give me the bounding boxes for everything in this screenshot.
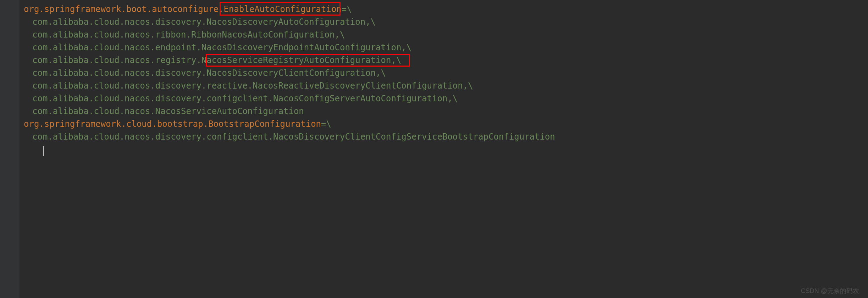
code-line-0[interactable]: org.springframework.boot.autoconfigure.E… xyxy=(24,3,868,16)
code-line-1[interactable]: com.alibaba.cloud.nacos.discovery.NacosD… xyxy=(24,16,868,28)
code-segment: com.alibaba.cloud.nacos.registry.NacosSe… xyxy=(32,54,401,67)
code-line-9[interactable]: org.springframework.cloud.bootstrap.Boot… xyxy=(24,118,868,130)
code-segment: =\ xyxy=(321,118,331,130)
editor-container: org.springframework.boot.autoconfigure.E… xyxy=(0,0,868,298)
code-line-6[interactable]: com.alibaba.cloud.nacos.discovery.reacti… xyxy=(24,79,868,92)
code-segment: com.alibaba.cloud.nacos.ribbon.RibbonNac… xyxy=(32,28,345,41)
code-segment: com.alibaba.cloud.nacos.discovery.NacosD… xyxy=(32,67,386,79)
code-segment: com.alibaba.cloud.nacos.discovery.config… xyxy=(32,130,555,143)
code-line-4[interactable]: com.alibaba.cloud.nacos.registry.NacosSe… xyxy=(24,54,868,67)
gutter xyxy=(0,0,20,298)
code-line-8[interactable]: com.alibaba.cloud.nacos.NacosServiceAuto… xyxy=(24,105,868,118)
code-area[interactable]: org.springframework.boot.autoconfigure.E… xyxy=(20,0,868,298)
code-line-3[interactable]: com.alibaba.cloud.nacos.endpoint.NacosDi… xyxy=(24,41,868,54)
code-segment: com.alibaba.cloud.nacos.NacosServiceAuto… xyxy=(32,105,304,118)
code-segment: =\ xyxy=(342,3,352,16)
code-segment: com.alibaba.cloud.nacos.discovery.NacosD… xyxy=(32,16,376,28)
code-segment: com.alibaba.cloud.nacos.discovery.reacti… xyxy=(32,79,473,92)
code-segment: org.springframework.cloud.bootstrap.Boot… xyxy=(24,118,321,130)
watermark: CSDN @无奈的码农 xyxy=(801,287,859,295)
code-segment: com.alibaba.cloud.nacos.endpoint.NacosDi… xyxy=(32,41,411,54)
code-line-10[interactable]: com.alibaba.cloud.nacos.discovery.config… xyxy=(24,130,868,143)
cursor xyxy=(43,146,44,156)
code-segment: org.springframework.boot.autoconfigure.E… xyxy=(24,3,342,16)
code-segment: com.alibaba.cloud.nacos.discovery.config… xyxy=(32,92,458,105)
code-line-7[interactable]: com.alibaba.cloud.nacos.discovery.config… xyxy=(24,92,868,105)
code-line-2[interactable]: com.alibaba.cloud.nacos.ribbon.RibbonNac… xyxy=(24,28,868,41)
code-line-5[interactable]: com.alibaba.cloud.nacos.discovery.NacosD… xyxy=(24,67,868,79)
